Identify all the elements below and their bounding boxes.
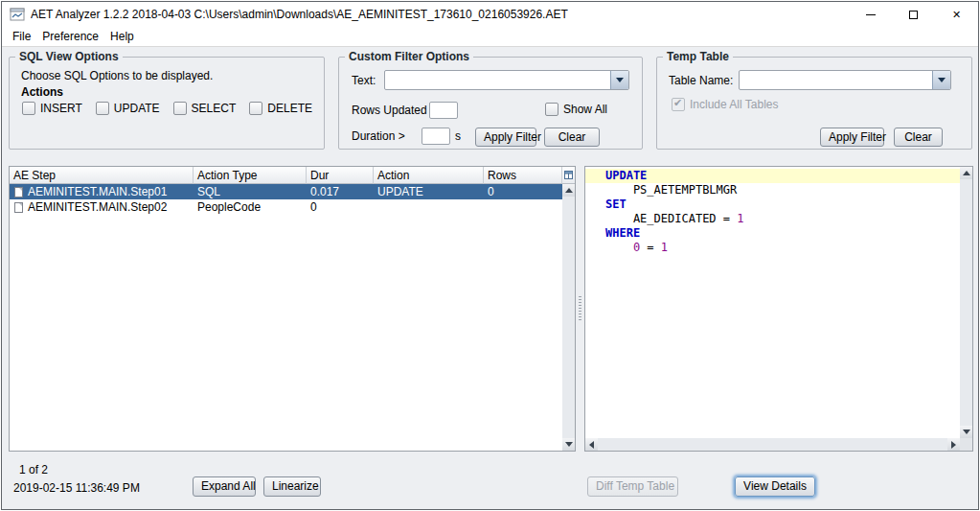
app-window: AET Analyzer 1.2.2 2018-04-03 C:\Users\a… [1, 1, 979, 510]
checkbox-icon [96, 102, 109, 115]
temp-clear-button[interactable]: Clear [894, 128, 943, 147]
sql-horizontal-scrollbar[interactable] [585, 438, 960, 451]
scroll-down-icon[interactable] [960, 426, 972, 438]
menu-help[interactable]: Help [104, 28, 140, 45]
column-header-ae-step[interactable]: AE Step [10, 167, 194, 184]
scroll-right-icon[interactable] [947, 438, 960, 451]
sql-line: WHERE [585, 226, 960, 241]
table-body: AEMINITEST.MAIN.Step01SQL0.017UPDATE0AEM… [10, 184, 562, 451]
timestamp: 2019-02-15 11:36:49 PM [13, 481, 140, 495]
sql-line: 0 = 1 [585, 241, 960, 255]
menu-preference[interactable]: Preference [36, 28, 104, 45]
maximize-button[interactable] [892, 2, 935, 27]
ae-step-text: AEMINITEST.MAIN.Step01 [28, 185, 167, 198]
window-controls: ✕ [849, 2, 978, 27]
sql-line: AE_DEDICATED = 1 [585, 212, 960, 226]
scroll-up-icon[interactable] [960, 167, 972, 179]
duration-label: Duration > [352, 129, 405, 143]
sql-viewer-panel: UPDATE PS_AETEMPTBLMGRSET AE_DEDICATED =… [584, 166, 973, 452]
checkbox-icon [22, 102, 35, 115]
action-cell [374, 199, 484, 215]
ae-step-text: AEMINITEST.MAIN.Step02 [28, 200, 167, 214]
update-checkbox[interactable]: UPDATE [96, 102, 160, 115]
select-checkbox[interactable]: SELECT [173, 102, 237, 115]
expand-all-button[interactable]: Expand All [193, 476, 256, 497]
scroll-left-icon[interactable] [585, 438, 598, 451]
split-divider[interactable] [576, 166, 584, 452]
checkbox-label: DELETE [267, 102, 312, 115]
checkbox-icon [173, 102, 187, 115]
view-details-button[interactable]: View Details [735, 476, 815, 497]
temp-table-group: Temp Table Table Name: Include All Table… [656, 57, 972, 150]
temp-apply-button[interactable]: Apply Filter [820, 128, 884, 147]
column-control-button[interactable] [562, 167, 575, 184]
checkbox-label: INSERT [40, 102, 82, 115]
action-cell: UPDATE [374, 184, 484, 199]
dur-cell: 0.017 [307, 184, 374, 199]
table-name-label: Table Name: [669, 74, 733, 87]
rows-cell [484, 199, 562, 215]
duration-input[interactable] [422, 128, 450, 145]
title-bar: AET Analyzer 1.2.2 2018-04-03 C:\Users\a… [2, 2, 978, 27]
column-header-action[interactable]: Action [374, 167, 484, 184]
ae-step-cell: AEMINITEST.MAIN.Step01 [10, 184, 194, 199]
content-area: SQL View Options Choose SQL Options to b… [2, 47, 978, 509]
table-row[interactable]: AEMINITEST.MAIN.Step01SQL0.017UPDATE0 [10, 184, 562, 199]
show-all-label: Show All [563, 103, 607, 116]
sql-line: SET [585, 197, 960, 212]
duration-unit-label: s [455, 129, 461, 143]
sql-token: SET [605, 197, 627, 211]
sql-vertical-scrollbar[interactable] [960, 167, 972, 438]
checkbox-icon [249, 102, 262, 115]
text-filter-combobox[interactable] [384, 70, 629, 90]
menu-file[interactable]: File [7, 28, 36, 45]
minimize-button[interactable] [849, 2, 892, 27]
menu-bar: FilePreferenceHelp [2, 27, 978, 47]
show-all-checkbox[interactable]: Show All [545, 103, 607, 116]
sql-token: PS_AETEMPTBLMGR [605, 183, 737, 197]
ae-step-cell: AEMINITEST.MAIN.Step02 [10, 199, 194, 215]
close-button[interactable]: ✕ [935, 2, 978, 27]
ae-steps-table: AE StepAction TypeDurActionRows AEMINITE… [9, 166, 576, 452]
include-all-tables-label: Include All Tables [690, 98, 779, 111]
scroll-up-icon[interactable] [562, 184, 575, 197]
diff-temp-table-button: Diff Temp Table [587, 476, 678, 497]
chevron-down-icon[interactable] [932, 71, 950, 89]
sql-text[interactable]: UPDATE PS_AETEMPTBLMGRSET AE_DEDICATED =… [585, 167, 960, 438]
linearize-button[interactable]: Linearize [263, 476, 321, 497]
table-grid-icon [564, 171, 573, 179]
sql-token: = [723, 212, 737, 225]
filter-clear-button[interactable]: Clear [544, 128, 600, 147]
table-name-combobox[interactable] [739, 70, 951, 90]
scroll-down-icon[interactable] [562, 438, 575, 451]
window-title: AET Analyzer 1.2.2 2018-04-03 C:\Users\a… [31, 8, 568, 21]
filter-apply-button[interactable]: Apply Filter [475, 128, 536, 147]
sql-line: UPDATE [585, 169, 960, 183]
chevron-down-icon[interactable] [610, 71, 628, 89]
sql-token: AE_DEDICATED [605, 212, 723, 225]
table-row[interactable]: AEMINITEST.MAIN.Step02PeopleCode0 [10, 199, 562, 215]
include-all-tables-checkbox: Include All Tables [672, 98, 779, 111]
column-header-dur[interactable]: Dur [307, 167, 374, 184]
delete-checkbox[interactable]: DELETE [249, 102, 312, 115]
checkbox-icon [672, 98, 685, 111]
maximize-icon [909, 11, 918, 19]
step-file-icon [14, 187, 23, 197]
table-vertical-scrollbar[interactable] [562, 184, 575, 451]
sql-token: 1 [737, 212, 743, 225]
column-header-action-type[interactable]: Action Type [194, 167, 307, 184]
rows-updated-input[interactable] [429, 102, 458, 119]
sql-line: PS_AETEMPTBLMGR [585, 183, 960, 197]
checkbox-label: UPDATE [114, 102, 160, 115]
column-header-rows[interactable]: Rows [484, 167, 562, 184]
divider-grip-icon [579, 296, 581, 321]
text-label: Text: [352, 74, 376, 87]
table-header: AE StepAction TypeDurActionRows [10, 167, 575, 184]
sql-view-options-group: SQL View Options Choose SQL Options to b… [9, 57, 325, 150]
scrollbar-corner [960, 438, 972, 451]
app-icon [10, 8, 25, 21]
insert-checkbox[interactable]: INSERT [22, 102, 82, 115]
sql-token: 1 [661, 241, 668, 254]
temp-table-title: Temp Table [663, 50, 733, 63]
sql-token: WHERE [605, 226, 640, 240]
